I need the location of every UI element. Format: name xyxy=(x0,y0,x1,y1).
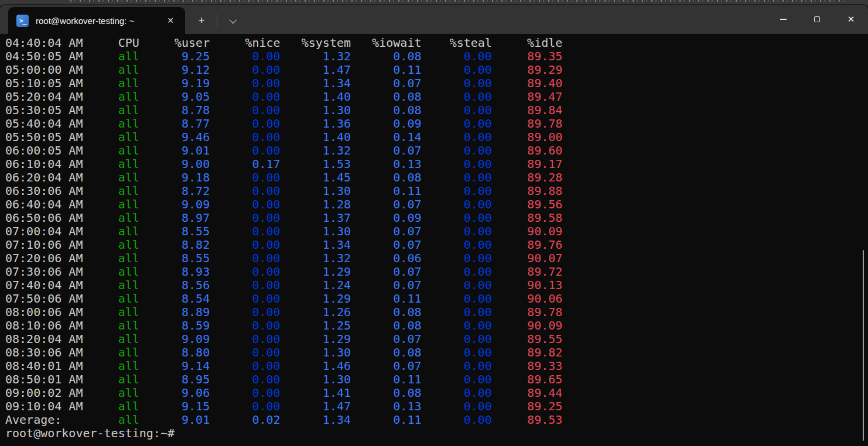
sar-average-row: Average: all 9.01 0.02 1.34 0.11 0.00 89… xyxy=(5,413,868,427)
col-idle: 90.09 xyxy=(492,224,562,238)
col-user: 8.78 xyxy=(139,103,210,117)
col-user: 9.14 xyxy=(139,359,210,373)
col-user: 9.25 xyxy=(139,49,210,63)
minimize-button[interactable] xyxy=(766,5,800,34)
col-idle: 89.17 xyxy=(492,157,562,171)
col-user: 9.12 xyxy=(139,63,210,77)
col-time: 05:20:04 AM xyxy=(5,90,83,104)
col-time: 05:10:05 AM xyxy=(5,76,83,90)
col-idle: 89.55 xyxy=(492,332,562,346)
col-iowait: 0.07 xyxy=(351,359,421,373)
col-user: 9.46 xyxy=(139,130,210,144)
col-cpu: all xyxy=(83,251,139,265)
close-button[interactable]: ✕ xyxy=(834,5,868,34)
sar-data-row: 06:30:06 AM all 8.72 0.00 1.30 0.11 0.00… xyxy=(5,184,868,198)
col-iowait: 0.08 xyxy=(351,103,421,117)
sar-data-row: 05:40:04 AM all 8.77 0.00 1.36 0.09 0.00… xyxy=(5,117,868,131)
col-idle: 89.25 xyxy=(492,399,562,413)
col-cpu: all xyxy=(83,143,139,157)
col-idle: 89.53 xyxy=(492,413,562,427)
col-system: 1.28 xyxy=(281,197,351,211)
col-system: 1.36 xyxy=(281,116,351,131)
col-nice: 0.00 xyxy=(210,211,280,225)
col-iowait: 0.07 xyxy=(351,143,421,157)
col-system: 1.34 xyxy=(281,238,351,252)
col-user: 8.72 xyxy=(139,184,210,198)
col-idle: 89.00 xyxy=(492,130,562,144)
col-cpu: all xyxy=(83,157,139,171)
col-nice: 0.17 xyxy=(210,157,280,171)
col-cpu: all xyxy=(83,413,139,427)
col-user: 8.93 xyxy=(139,265,210,279)
col-iowait: 0.09 xyxy=(351,116,421,131)
tab-close-icon[interactable]: ✕ xyxy=(163,13,178,28)
col-cpu: all xyxy=(83,386,139,400)
col-iowait: 0.07 xyxy=(351,238,421,252)
col-iowait: 0.13 xyxy=(351,157,421,171)
col-system: 1.46 xyxy=(281,359,351,373)
scrollbar-thumb[interactable] xyxy=(863,250,864,441)
maximize-button[interactable] xyxy=(800,5,834,34)
col-time: 06:40:04 AM xyxy=(5,197,83,211)
col-idle: 89.65 xyxy=(492,372,562,386)
maximize-icon xyxy=(814,16,820,22)
col-time: 07:10:06 AM xyxy=(5,238,83,252)
tab-terminal[interactable]: >_ root@workover-testing: ~ ✕ xyxy=(8,7,185,34)
col-user: 8.82 xyxy=(139,238,210,252)
col-nice: 0.00 xyxy=(210,399,280,413)
col-idle: 89.44 xyxy=(492,386,562,400)
terminal-content[interactable]: 04:40:04 AM CPU %user %nice %system %iow… xyxy=(0,34,868,446)
col-idle: 89.35 xyxy=(492,49,562,63)
col-nice: 0.00 xyxy=(210,143,280,157)
sar-data-row: 05:00:00 AM all 9.12 0.00 1.47 0.11 0.00… xyxy=(5,63,868,77)
col-steal: 0.00 xyxy=(421,49,491,63)
sar-data-row: 06:00:05 AM all 9.01 0.00 1.32 0.07 0.00… xyxy=(5,144,868,157)
col-time: 08:20:04 AM xyxy=(5,332,83,346)
col-system: 1.47 xyxy=(281,399,351,413)
titlebar[interactable]: >_ root@workover-testing: ~ ✕ + ✕ xyxy=(0,5,868,34)
col-time: 05:40:04 AM xyxy=(5,116,83,131)
col-nice: 0.02 xyxy=(210,413,280,427)
col-user: 9.00 xyxy=(139,157,210,171)
sar-data-row: 04:50:05 AM all 9.25 0.00 1.32 0.08 0.00… xyxy=(5,50,868,63)
chevron-down-icon xyxy=(229,16,237,23)
col-cpu: all xyxy=(83,238,139,252)
col-user: 9.19 xyxy=(139,76,210,90)
col-idle: 89.88 xyxy=(492,184,562,198)
col-cpu: all xyxy=(83,184,139,198)
col-user: %user xyxy=(139,36,210,50)
col-steal: 0.00 xyxy=(421,413,491,427)
col-steal: 0.00 xyxy=(421,332,491,346)
col-iowait: %iowait xyxy=(351,36,421,50)
col-user: 8.80 xyxy=(139,345,210,359)
sar-data-row: 07:20:06 AM all 8.55 0.00 1.32 0.06 0.00… xyxy=(5,252,868,265)
sar-data-row: 06:50:06 AM all 8.97 0.00 1.37 0.09 0.00… xyxy=(5,211,868,225)
col-time: 06:50:06 AM xyxy=(5,211,83,225)
col-cpu: all xyxy=(83,291,139,306)
col-iowait: 0.07 xyxy=(351,332,421,346)
shell-prompt[interactable]: root@workover-testing:~# xyxy=(5,427,868,440)
col-system: 1.47 xyxy=(281,63,351,77)
new-tab-button[interactable]: + xyxy=(190,11,213,30)
minimize-icon xyxy=(780,19,787,19)
col-system: 1.32 xyxy=(281,49,351,63)
sar-data-row: 07:50:06 AM all 8.54 0.00 1.29 0.11 0.00… xyxy=(5,292,868,306)
tab-dropdown-button[interactable] xyxy=(221,11,243,30)
sar-data-row: 08:50:01 AM all 8.95 0.00 1.30 0.11 0.00… xyxy=(5,373,868,386)
col-cpu: all xyxy=(83,170,139,184)
col-steal: 0.00 xyxy=(421,399,491,413)
col-system: 1.25 xyxy=(281,318,351,332)
col-nice: 0.00 xyxy=(210,63,280,77)
col-cpu: all xyxy=(83,278,139,292)
col-steal: 0.00 xyxy=(421,157,491,171)
col-iowait: 0.08 xyxy=(351,90,421,104)
col-iowait: 0.08 xyxy=(351,305,421,319)
col-steal: 0.00 xyxy=(421,278,491,292)
col-idle: 89.58 xyxy=(492,211,562,225)
sar-data-row: 06:20:04 AM all 9.18 0.00 1.45 0.08 0.00… xyxy=(5,171,868,184)
sar-data-row: 07:40:04 AM all 8.56 0.00 1.24 0.07 0.00… xyxy=(5,279,868,292)
col-steal: 0.00 xyxy=(421,184,491,198)
col-time: 09:10:04 AM xyxy=(5,399,83,413)
col-system: 1.34 xyxy=(281,413,351,427)
col-iowait: 0.07 xyxy=(351,76,421,90)
